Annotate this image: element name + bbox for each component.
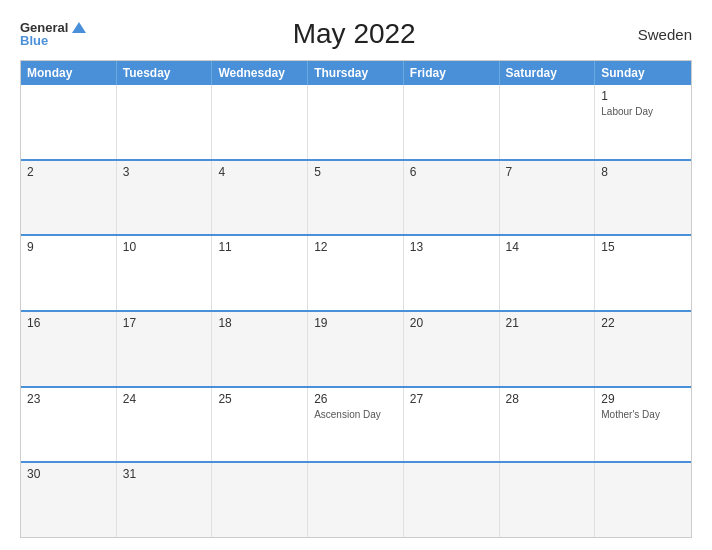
cell-w5-d3: 25 — [212, 388, 308, 462]
logo: General Blue — [20, 21, 86, 47]
day-event: Ascension Day — [314, 408, 397, 421]
cell-w2-d2: 3 — [117, 161, 213, 235]
day-number: 2 — [27, 165, 110, 179]
cell-w3-d2: 10 — [117, 236, 213, 310]
day-number: 4 — [218, 165, 301, 179]
cell-w6-d4 — [308, 463, 404, 537]
day-number: 11 — [218, 240, 301, 254]
day-number: 10 — [123, 240, 206, 254]
week-row-6: 3031 — [21, 461, 691, 537]
day-number: 30 — [27, 467, 110, 481]
calendar-title: May 2022 — [86, 18, 622, 50]
page-header: General Blue May 2022 Sweden — [20, 18, 692, 50]
cell-w6-d5 — [404, 463, 500, 537]
day-number: 25 — [218, 392, 301, 406]
cell-w5-d7: 29Mother's Day — [595, 388, 691, 462]
day-event: Mother's Day — [601, 408, 685, 421]
day-number: 28 — [506, 392, 589, 406]
day-number: 16 — [27, 316, 110, 330]
day-number: 21 — [506, 316, 589, 330]
calendar-header: Monday Tuesday Wednesday Thursday Friday… — [21, 61, 691, 85]
cell-w1-d5 — [404, 85, 500, 159]
day-number: 6 — [410, 165, 493, 179]
day-number: 26 — [314, 392, 397, 406]
cell-w2-d1: 2 — [21, 161, 117, 235]
day-number: 19 — [314, 316, 397, 330]
day-number: 31 — [123, 467, 206, 481]
cell-w6-d3 — [212, 463, 308, 537]
week-row-2: 2345678 — [21, 159, 691, 235]
day-number: 22 — [601, 316, 685, 330]
cell-w3-d1: 9 — [21, 236, 117, 310]
cell-w4-d1: 16 — [21, 312, 117, 386]
cell-w4-d2: 17 — [117, 312, 213, 386]
cell-w2-d4: 5 — [308, 161, 404, 235]
week-row-1: 1Labour Day — [21, 85, 691, 159]
cell-w4-d6: 21 — [500, 312, 596, 386]
cell-w3-d4: 12 — [308, 236, 404, 310]
day-number: 17 — [123, 316, 206, 330]
cell-w3-d3: 11 — [212, 236, 308, 310]
calendar-page: General Blue May 2022 Sweden Monday Tues… — [0, 0, 712, 550]
cell-w2-d7: 8 — [595, 161, 691, 235]
cell-w6-d7 — [595, 463, 691, 537]
header-thursday: Thursday — [308, 61, 404, 85]
cell-w4-d4: 19 — [308, 312, 404, 386]
week-row-3: 9101112131415 — [21, 234, 691, 310]
cell-w1-d4 — [308, 85, 404, 159]
cell-w4-d5: 20 — [404, 312, 500, 386]
cell-w2-d3: 4 — [212, 161, 308, 235]
day-number: 27 — [410, 392, 493, 406]
cell-w6-d6 — [500, 463, 596, 537]
header-wednesday: Wednesday — [212, 61, 308, 85]
cell-w1-d1 — [21, 85, 117, 159]
day-number: 20 — [410, 316, 493, 330]
day-number: 3 — [123, 165, 206, 179]
cell-w1-d6 — [500, 85, 596, 159]
day-number: 5 — [314, 165, 397, 179]
day-number: 24 — [123, 392, 206, 406]
logo-blue-text: Blue — [20, 34, 48, 47]
logo-triangle-icon — [72, 22, 86, 33]
country-label: Sweden — [622, 26, 692, 43]
cell-w5-d6: 28 — [500, 388, 596, 462]
day-number: 9 — [27, 240, 110, 254]
header-sunday: Sunday — [595, 61, 691, 85]
cell-w2-d5: 6 — [404, 161, 500, 235]
cell-w1-d7: 1Labour Day — [595, 85, 691, 159]
cell-w5-d4: 26Ascension Day — [308, 388, 404, 462]
cell-w6-d1: 30 — [21, 463, 117, 537]
header-saturday: Saturday — [500, 61, 596, 85]
cell-w3-d5: 13 — [404, 236, 500, 310]
header-tuesday: Tuesday — [117, 61, 213, 85]
day-number: 1 — [601, 89, 685, 103]
cell-w5-d2: 24 — [117, 388, 213, 462]
cell-w5-d5: 27 — [404, 388, 500, 462]
day-number: 23 — [27, 392, 110, 406]
day-number: 8 — [601, 165, 685, 179]
day-number: 12 — [314, 240, 397, 254]
day-number: 29 — [601, 392, 685, 406]
day-event: Labour Day — [601, 105, 685, 118]
calendar-body: 1Labour Day23456789101112131415161718192… — [21, 85, 691, 537]
header-friday: Friday — [404, 61, 500, 85]
cell-w3-d6: 14 — [500, 236, 596, 310]
calendar-grid: Monday Tuesday Wednesday Thursday Friday… — [20, 60, 692, 538]
day-number: 13 — [410, 240, 493, 254]
cell-w1-d2 — [117, 85, 213, 159]
day-number: 18 — [218, 316, 301, 330]
cell-w6-d2: 31 — [117, 463, 213, 537]
cell-w4-d7: 22 — [595, 312, 691, 386]
week-row-5: 23242526Ascension Day272829Mother's Day — [21, 386, 691, 462]
header-monday: Monday — [21, 61, 117, 85]
day-number: 15 — [601, 240, 685, 254]
cell-w1-d3 — [212, 85, 308, 159]
cell-w3-d7: 15 — [595, 236, 691, 310]
day-number: 14 — [506, 240, 589, 254]
cell-w5-d1: 23 — [21, 388, 117, 462]
day-number: 7 — [506, 165, 589, 179]
week-row-4: 16171819202122 — [21, 310, 691, 386]
cell-w4-d3: 18 — [212, 312, 308, 386]
cell-w2-d6: 7 — [500, 161, 596, 235]
